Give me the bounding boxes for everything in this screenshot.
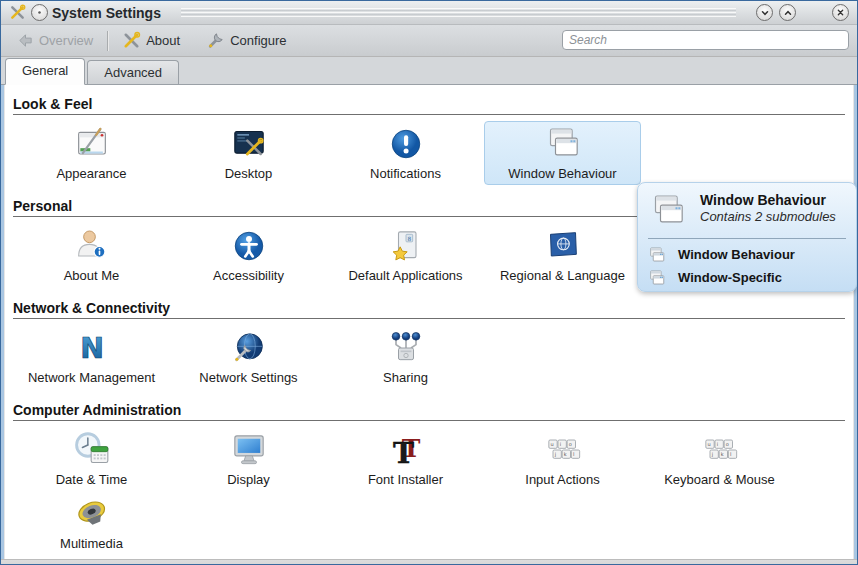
modules-view: Look & Feel Appearanc: [4, 85, 854, 559]
window-behaviour-icon: [648, 191, 688, 231]
status-bar: [1, 559, 857, 565]
keyboard-icon: uio jkl: [543, 429, 583, 471]
module-multimedia[interactable]: Multimedia: [13, 491, 170, 555]
module-label: Accessibility: [213, 268, 284, 283]
window-title: System Settings: [52, 5, 161, 21]
svg-text:T: T: [392, 436, 413, 470]
crossed-tools-icon: [122, 31, 141, 50]
accessibility-icon: [229, 225, 269, 267]
module-tooltip: Window Behaviour Contains 2 submodules W…: [637, 182, 857, 292]
module-label: About Me: [64, 268, 120, 283]
module-label: Keyboard & Mouse: [664, 472, 775, 487]
submodule-window-specific[interactable]: Window-Specific: [648, 266, 846, 289]
svg-text:l: l: [730, 451, 731, 457]
module-keyboard-mouse[interactable]: uio jkl Keyboard & Mouse: [641, 427, 798, 491]
window-behaviour-icon: [648, 246, 666, 264]
module-default-applications[interactable]: 8 Default Applications: [327, 223, 484, 287]
overview-button[interactable]: Overview: [11, 29, 99, 52]
configure-label: Configure: [230, 33, 286, 48]
display-icon: [229, 429, 269, 471]
svg-text:j: j: [553, 451, 555, 458]
module-label: Network Management: [28, 370, 155, 385]
module-display[interactable]: Display: [170, 427, 327, 491]
module-label: Default Applications: [348, 268, 462, 283]
svg-text:k: k: [720, 451, 723, 457]
app-tools-icon: [9, 4, 26, 21]
module-accessibility[interactable]: Accessibility: [170, 223, 327, 287]
date-time-icon: [72, 429, 112, 471]
module-label: Font Installer: [368, 472, 443, 487]
module-regional-language[interactable]: Regional & Language: [484, 223, 641, 287]
submodule-label: Window-Specific: [678, 270, 782, 285]
module-font-installer[interactable]: T T Font Installer: [327, 427, 484, 491]
search-input[interactable]: [562, 30, 849, 50]
wrench-icon: [206, 31, 225, 50]
chevron-up-icon: [783, 8, 793, 18]
close-button[interactable]: [832, 4, 849, 21]
overview-label: Overview: [39, 33, 93, 48]
module-label: Regional & Language: [500, 268, 625, 283]
notifications-icon: [386, 123, 426, 165]
tooltip-title: Window Behaviour: [700, 191, 836, 209]
svg-text:N: N: [80, 332, 104, 365]
svg-text:k: k: [563, 451, 566, 457]
module-sharing[interactable]: Sharing: [327, 325, 484, 389]
network-management-icon: N: [72, 327, 112, 369]
title-bar[interactable]: System Settings: [1, 1, 857, 25]
tab-general[interactable]: General: [5, 58, 85, 85]
submodule-window-behaviour[interactable]: Window Behaviour: [648, 243, 846, 266]
svg-text:o: o: [568, 441, 571, 447]
window-behaviour-icon: [543, 123, 583, 165]
regional-language-icon: [543, 225, 583, 267]
svg-text:j: j: [710, 451, 712, 458]
module-input-actions[interactable]: uio jkl Input Actions: [484, 427, 641, 491]
multimedia-icon: [72, 493, 112, 535]
svg-text:i: i: [716, 441, 717, 447]
desktop-icon: [229, 123, 269, 165]
svg-text:l: l: [573, 451, 574, 457]
submodule-label: Window Behaviour: [678, 247, 795, 262]
module-label: Network Settings: [199, 370, 297, 385]
module-network-settings[interactable]: Network Settings: [170, 325, 327, 389]
module-window-behaviour[interactable]: Window Behaviour: [484, 121, 641, 185]
module-label: Sharing: [383, 370, 428, 385]
module-about-me[interactable]: About Me: [13, 223, 170, 287]
window-behaviour-icon: [648, 269, 666, 287]
configure-button[interactable]: Configure: [200, 28, 292, 53]
about-label: About: [146, 33, 180, 48]
module-appearance[interactable]: Appearance: [13, 121, 170, 185]
section-network-connectivity: Network & Connectivity N Network Managem…: [13, 300, 845, 393]
module-network-management[interactable]: N Network Management: [13, 325, 170, 389]
module-label: Notifications: [370, 166, 441, 181]
section-title: Look & Feel: [13, 96, 845, 115]
section-computer-administration: Computer Administration: [13, 402, 845, 559]
svg-text:o: o: [725, 441, 728, 447]
network-settings-icon: [229, 327, 269, 369]
font-installer-icon: T T: [386, 429, 426, 471]
module-label: Input Actions: [525, 472, 599, 487]
module-label: Appearance: [56, 166, 126, 181]
module-label: Date & Time: [56, 472, 128, 487]
minimize-button[interactable]: [756, 4, 773, 21]
module-label: Window Behaviour: [508, 166, 616, 181]
keyboard-icon: uio jkl: [700, 429, 740, 471]
module-desktop[interactable]: Desktop: [170, 121, 327, 185]
section-title: Network & Connectivity: [13, 300, 845, 319]
sharing-icon: [386, 327, 426, 369]
tab-advanced[interactable]: Advanced: [87, 60, 179, 84]
back-arrow-icon: [17, 32, 34, 49]
titlebar-grip-lines: [181, 8, 736, 17]
module-label: Multimedia: [60, 536, 123, 551]
module-date-time[interactable]: Date & Time: [13, 427, 170, 491]
toolbar-separator: [107, 31, 108, 51]
about-button[interactable]: About: [116, 28, 186, 53]
svg-text:i: i: [559, 441, 560, 447]
close-icon: [836, 8, 845, 17]
all-desktops-button[interactable]: [31, 4, 48, 21]
module-notifications[interactable]: Notifications: [327, 121, 484, 185]
chevron-down-icon: [760, 8, 770, 18]
svg-text:u: u: [550, 441, 553, 447]
module-label: Desktop: [225, 166, 273, 181]
tooltip-separator: [648, 238, 846, 239]
maximize-button[interactable]: [779, 4, 796, 21]
